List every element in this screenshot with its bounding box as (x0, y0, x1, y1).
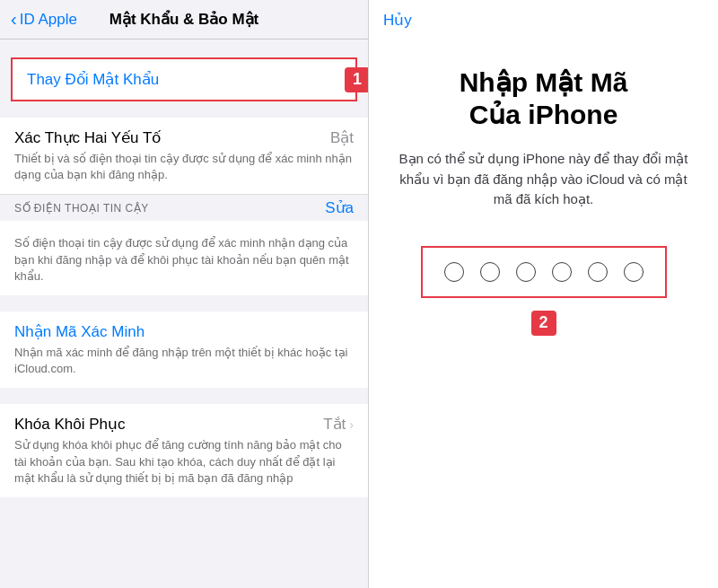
passcode-dot-3 (516, 262, 536, 282)
two-factor-item[interactable]: Xác Thực Hai Yếu Tố Bật Thiết bị và số đ… (0, 118, 368, 195)
recovery-row: Khóa Khôi Phục Tắt › (14, 415, 354, 434)
right-content: Nhập Mật Mã Của iPhone Bạn có thể sử dụn… (369, 39, 718, 588)
right-nav: Hủy (369, 0, 718, 39)
passcode-dot-5 (588, 262, 608, 282)
verification-section: Nhận Mã Xác Minh Nhận mã xác minh để đăn… (0, 312, 368, 388)
right-desc: Bạn có thể sử dụng iPhone này để thay đổ… (396, 149, 691, 210)
verification-label: Nhận Mã Xác Minh (14, 323, 144, 340)
right-panel: Hủy Nhập Mật Mã Của iPhone Bạn có thể sử… (368, 0, 718, 588)
two-factor-desc: Thiết bị và số điện thoại tin cậy được s… (14, 151, 354, 183)
change-password-label: Thay Đổi Mật Khẩu (27, 71, 159, 88)
recovery-desc: Sử dụng khóa khôi phục để tăng cường tín… (14, 437, 354, 487)
change-password-highlight: Thay Đổi Mật Khẩu (11, 57, 357, 101)
recovery-section: Khóa Khôi Phục Tắt › Sử dụng khóa khôi p… (0, 404, 368, 497)
content-scroll: Thay Đổi Mật Khẩu 1 Xác Thực Hai Yếu Tố … (0, 39, 368, 588)
step2-badge: 2 (531, 311, 556, 336)
passcode-dot-4 (552, 262, 572, 282)
passcode-container: 2 (396, 246, 691, 336)
passcode-dot-2 (480, 262, 500, 282)
page-title: Mật Khẩu & Bảo Mật (109, 10, 259, 29)
step1-badge: 1 (345, 67, 368, 92)
two-factor-value: Bật (330, 128, 354, 147)
trusted-phone-header: SỐ ĐIỆN THOẠI TIN CẬY (14, 202, 149, 215)
trusted-phone-label-row: SỐ ĐIỆN THOẠI TIN CẬY Sửa (0, 195, 368, 221)
passcode-highlight-box (421, 246, 667, 298)
passcode-dot-1 (444, 262, 464, 282)
chevron-left-icon: ‹ (11, 9, 17, 30)
trusted-phone-desc-item: Số điện thoại tin cậy được sử dụng để xá… (0, 221, 368, 295)
verification-desc: Nhận mã xác minh để đăng nhập trên một t… (14, 345, 354, 377)
cancel-button[interactable]: Hủy (383, 11, 412, 30)
recovery-value: Tắt (323, 415, 346, 434)
recovery-label: Khóa Khôi Phục (14, 415, 125, 434)
two-factor-row: Xác Thực Hai Yếu Tố Bật (14, 128, 354, 147)
change-password-item[interactable]: Thay Đổi Mật Khẩu (13, 59, 355, 100)
chevron-right-icon: › (349, 417, 354, 432)
left-panel: ‹ ID Apple Mật Khẩu & Bảo Mật Thay Đổi M… (0, 0, 368, 588)
trusted-phone-edit[interactable]: Sửa (325, 198, 354, 217)
two-factor-label: Xác Thực Hai Yếu Tố (14, 128, 161, 147)
back-label: ID Apple (20, 11, 77, 29)
trusted-phone-desc: Số điện thoại tin cậy được sử dụng để xá… (14, 235, 354, 285)
verification-item[interactable]: Nhận Mã Xác Minh Nhận mã xác minh để đăn… (0, 312, 368, 388)
back-button[interactable]: ‹ ID Apple (11, 9, 77, 30)
change-password-section: Thay Đổi Mật Khẩu 1 (11, 57, 357, 101)
right-title: Nhập Mật Mã Của iPhone (460, 66, 628, 131)
passcode-dot-6 (624, 262, 644, 282)
two-factor-section: Xác Thực Hai Yếu Tố Bật Thiết bị và số đ… (0, 118, 368, 295)
recovery-item[interactable]: Khóa Khôi Phục Tắt › Sử dụng khóa khôi p… (0, 404, 368, 497)
nav-bar: ‹ ID Apple Mật Khẩu & Bảo Mật (0, 0, 368, 39)
